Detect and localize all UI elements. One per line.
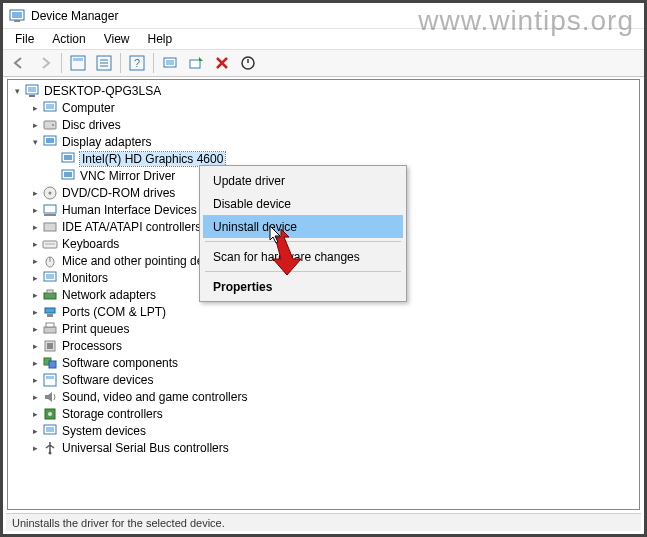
svg-rect-13 xyxy=(190,60,200,68)
network-icon xyxy=(42,287,58,303)
context-separator xyxy=(205,271,401,272)
svg-rect-46 xyxy=(47,343,53,349)
expand-icon[interactable]: ▸ xyxy=(28,356,42,370)
expand-icon[interactable]: ▸ xyxy=(28,186,42,200)
context-update-driver[interactable]: Update driver xyxy=(203,169,403,192)
svg-rect-54 xyxy=(46,427,54,432)
svg-rect-27 xyxy=(64,172,72,177)
tree-item-storage[interactable]: ▸Storage controllers xyxy=(10,405,639,422)
scan-button[interactable] xyxy=(158,51,182,75)
display-icon xyxy=(60,168,76,184)
menu-view[interactable]: View xyxy=(96,31,138,47)
toolbar-separator xyxy=(153,53,154,73)
tree-item-disk-drives[interactable]: ▸Disc drives xyxy=(10,116,639,133)
forward-button[interactable] xyxy=(33,51,57,75)
cpu-icon xyxy=(42,338,58,354)
back-button[interactable] xyxy=(7,51,31,75)
svg-rect-40 xyxy=(47,290,53,293)
collapse-icon[interactable]: ▾ xyxy=(28,135,42,149)
expand-icon[interactable]: ▸ xyxy=(28,271,42,285)
tree-item-processors[interactable]: ▸Processors xyxy=(10,337,639,354)
menu-file[interactable]: File xyxy=(7,31,42,47)
svg-rect-17 xyxy=(29,95,35,97)
spacer xyxy=(46,152,60,166)
label: Human Interface Devices xyxy=(62,203,197,217)
tree-item-sound[interactable]: ▸Sound, video and game controllers xyxy=(10,388,639,405)
help-button[interactable]: ? xyxy=(125,51,149,75)
label: Universal Serial Bus controllers xyxy=(62,441,229,455)
context-properties[interactable]: Properties xyxy=(203,275,403,298)
sound-icon xyxy=(42,389,58,405)
spacer xyxy=(46,169,60,183)
monitor-icon xyxy=(42,270,58,286)
svg-rect-31 xyxy=(44,214,56,216)
toolbar: ? xyxy=(3,49,644,77)
hid-icon xyxy=(42,202,58,218)
tree-item-sw-devices[interactable]: ▸Software devices xyxy=(10,371,639,388)
expand-icon[interactable]: ▸ xyxy=(28,254,42,268)
usb-icon xyxy=(42,440,58,456)
display-icon xyxy=(42,134,58,150)
svg-rect-4 xyxy=(73,58,83,61)
status-text: Uninstalls the driver for the selected d… xyxy=(12,517,225,529)
context-scan-hardware[interactable]: Scan for hardware changes xyxy=(203,245,403,268)
svg-point-29 xyxy=(49,191,52,194)
svg-rect-2 xyxy=(14,20,20,22)
tree-item-display-adapters[interactable]: ▾Display adapters xyxy=(10,133,639,150)
storage-icon xyxy=(42,406,58,422)
expand-icon[interactable]: ▸ xyxy=(28,203,42,217)
svg-rect-39 xyxy=(44,293,56,299)
label: Print queues xyxy=(62,322,129,336)
tree-item-computer[interactable]: ▸Computer xyxy=(10,99,639,116)
tree-item-system[interactable]: ▸System devices xyxy=(10,422,639,439)
menu-help[interactable]: Help xyxy=(140,31,181,47)
svg-rect-50 xyxy=(46,376,54,379)
expand-icon[interactable]: ▸ xyxy=(28,101,42,115)
tree-item-usb[interactable]: ▸Universal Serial Bus controllers xyxy=(10,439,639,456)
uninstall-button[interactable] xyxy=(210,51,234,75)
label: Software devices xyxy=(62,373,153,387)
expand-icon[interactable]: ▸ xyxy=(28,373,42,387)
svg-rect-32 xyxy=(44,223,56,231)
root-label: DESKTOP-QPG3LSA xyxy=(44,84,161,98)
toolbar-separator xyxy=(61,53,62,73)
label: IDE ATA/ATAPI controllers xyxy=(62,220,201,234)
expand-icon[interactable]: ▸ xyxy=(28,441,42,455)
expand-icon[interactable]: ▸ xyxy=(28,390,42,404)
expand-icon[interactable]: ▸ xyxy=(28,220,42,234)
svg-rect-43 xyxy=(44,327,56,333)
tree-root[interactable]: ▾ DESKTOP-QPG3LSA xyxy=(10,82,639,99)
computer-icon xyxy=(42,100,58,116)
update-driver-button[interactable] xyxy=(184,51,208,75)
expand-icon[interactable]: ▸ xyxy=(28,322,42,336)
menu-action[interactable]: Action xyxy=(44,31,93,47)
expand-icon[interactable]: ▸ xyxy=(28,424,42,438)
label: VNC Mirror Driver xyxy=(80,169,175,183)
expand-icon[interactable]: ▸ xyxy=(28,118,42,132)
toolbar-separator xyxy=(120,53,121,73)
collapse-icon[interactable]: ▾ xyxy=(10,84,24,98)
svg-text:?: ? xyxy=(134,57,140,69)
label: Display adapters xyxy=(62,135,151,149)
tree-item-print-queues[interactable]: ▸Print queues xyxy=(10,320,639,337)
label: Storage controllers xyxy=(62,407,163,421)
keyboard-icon xyxy=(42,236,58,252)
expand-icon[interactable]: ▸ xyxy=(28,305,42,319)
expand-icon[interactable]: ▸ xyxy=(28,288,42,302)
show-hidden-button[interactable] xyxy=(66,51,90,75)
expand-icon[interactable]: ▸ xyxy=(28,237,42,251)
properties-button[interactable] xyxy=(92,51,116,75)
expand-icon[interactable]: ▸ xyxy=(28,339,42,353)
label: Keyboards xyxy=(62,237,119,251)
display-icon xyxy=(60,151,76,167)
printer-icon xyxy=(42,321,58,337)
context-disable-device[interactable]: Disable device xyxy=(203,192,403,215)
svg-rect-49 xyxy=(44,374,56,386)
expand-icon[interactable]: ▸ xyxy=(28,407,42,421)
title-bar: Device Manager xyxy=(3,3,644,29)
tree-item-ports[interactable]: ▸Ports (COM & LPT) xyxy=(10,303,639,320)
app-icon xyxy=(9,8,25,24)
disable-button[interactable] xyxy=(236,51,260,75)
tree-item-sw-components[interactable]: ▸Software components xyxy=(10,354,639,371)
context-uninstall-device[interactable]: Uninstall device xyxy=(203,215,403,238)
